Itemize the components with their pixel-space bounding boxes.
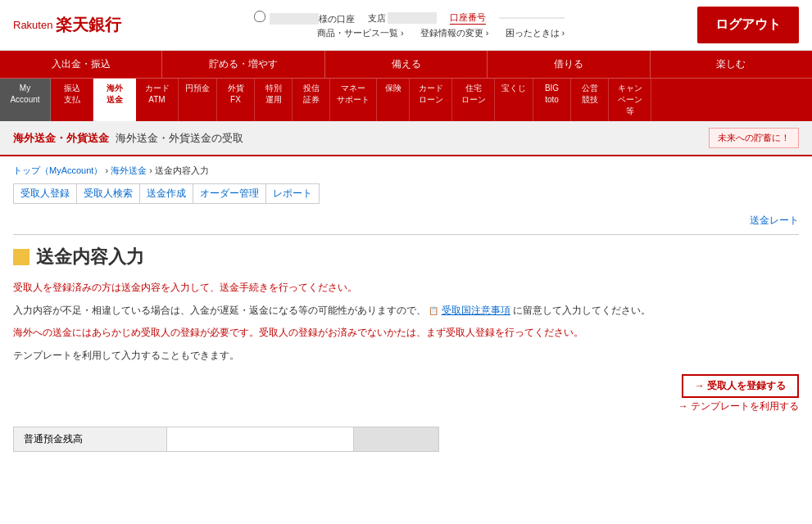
- breadcrumb-current: 送金内容入力: [155, 165, 209, 175]
- registration-link[interactable]: 登録情報の変更 ›: [420, 27, 489, 39]
- branch-label: 支店: [368, 13, 386, 23]
- sub-item-card-atm[interactable]: カード ATM: [136, 79, 179, 121]
- main-content: トップ（MyAccount） › 海外送金 › 送金内容入力 受取人登録 受取人…: [0, 156, 812, 460]
- sub-item-fx[interactable]: 外貨 FX: [217, 79, 255, 121]
- info-text-4: テンプレートを利用して入力することもできます。: [13, 347, 799, 365]
- promo-button[interactable]: 未来への貯蓄に！: [709, 128, 799, 148]
- section-icon: [13, 249, 29, 265]
- template-link[interactable]: → テンプレートを利用する: [678, 400, 799, 412]
- sub-nav: My Account 振込 支払 海外 送金 カード ATM 円預金 外貨 FX…: [0, 78, 812, 121]
- page-header: 海外送金・外貨送金 海外送金・外貨送金の受取 未来への貯蓄に！: [0, 121, 812, 156]
- sub-item-hoken[interactable]: 保険: [377, 79, 410, 121]
- logout-button[interactable]: ログアウト: [697, 7, 799, 43]
- section-title-bar: 送金内容入力: [13, 245, 799, 269]
- balance-table: 普通預金残高: [13, 427, 439, 452]
- template-link-area: → テンプレートを利用する: [13, 400, 799, 413]
- info-text-1: 受取人を登録済みの方は送金内容を入力して、送金手続きを行ってください。: [13, 279, 799, 297]
- register-btn-area: → 受取人を登録する: [13, 374, 799, 398]
- tab-order-kanri[interactable]: オーダー管理: [193, 183, 265, 204]
- sub-item-yen[interactable]: 円預金: [179, 79, 217, 121]
- sub-item-special[interactable]: 特別 運用: [255, 79, 293, 121]
- balance-label: 普通預金残高: [14, 427, 167, 452]
- section-name: 海外送金・外貨送金: [13, 131, 109, 146]
- sub-item-money[interactable]: マネー サポート: [330, 79, 377, 121]
- user-account-info: 様の口座: [254, 11, 355, 25]
- sub-item-kaigai[interactable]: 海外 送金: [93, 79, 136, 121]
- nav-item-tanoshimu[interactable]: 楽しむ: [651, 51, 812, 78]
- info-text-3: 海外への送金にはあらかじめ受取人の登録が必要です。受取人の登録がお済みでないかた…: [13, 324, 799, 342]
- remittance-rate-link-area: 送金レート: [13, 214, 799, 228]
- products-link[interactable]: 商品・サービス一覧 ›: [317, 27, 404, 39]
- nav-item-nyushutsukin[interactable]: 入出金・振込: [0, 51, 162, 78]
- logo: Rakuten 楽天銀行: [13, 14, 121, 36]
- account-number-label[interactable]: 口座番号: [450, 11, 486, 25]
- nav-item-sonaeru[interactable]: 備える: [325, 51, 488, 78]
- info-text-2: 入力内容が不足・相違している場合は、入金が遅延・返金になる等の可能性がありますの…: [13, 302, 799, 320]
- sub-item-big-toto[interactable]: BIG toto: [533, 79, 571, 121]
- sub-item-takarakuji[interactable]: 宝くじ: [495, 79, 533, 121]
- tab-uketorinin-kensaku[interactable]: 受取人検索: [76, 183, 139, 204]
- nav-item-tameru[interactable]: 貯める・増やす: [162, 51, 324, 78]
- main-nav: 入出金・振込 貯める・増やす 備える 借りる 楽しむ: [0, 51, 812, 78]
- balance-value: [166, 427, 353, 452]
- page-title: 海外送金・外貨送金の受取: [116, 131, 243, 146]
- branch-info: 支店: [368, 12, 437, 25]
- breadcrumb: トップ（MyAccount） › 海外送金 › 送金内容入力: [13, 165, 799, 177]
- sub-item-my-account[interactable]: My Account: [0, 79, 51, 121]
- register-recipient-button[interactable]: → 受取人を登録する: [682, 374, 799, 398]
- help-link[interactable]: 困ったときは ›: [506, 27, 565, 39]
- sub-item-campaign[interactable]: キャン ペーン 等: [609, 79, 651, 121]
- sub-item-jutaku[interactable]: 住宅 ローン: [452, 79, 495, 121]
- balance-unit: [354, 427, 439, 452]
- breadcrumb-kaigai[interactable]: 海外送金: [111, 165, 147, 175]
- sub-item-toshin[interactable]: 投信 証券: [293, 79, 330, 121]
- sub-item-furikomi[interactable]: 振込 支払: [51, 79, 93, 121]
- remittance-rate-link[interactable]: 送金レート: [750, 215, 799, 226]
- sub-item-koei[interactable]: 公営 競技: [571, 79, 609, 121]
- sub-tabs: 受取人登録 受取人検索 送金作成 オーダー管理 レポート: [13, 183, 799, 204]
- section-title: 送金内容入力: [36, 245, 144, 269]
- nav-item-kariru[interactable]: 借りる: [488, 51, 650, 78]
- sub-item-card-loan[interactable]: カード ローン: [410, 79, 452, 121]
- breadcrumb-top[interactable]: トップ（MyAccount）: [13, 165, 102, 175]
- tab-soukin-sakusei[interactable]: 送金作成: [139, 183, 193, 204]
- tab-uketorinin-touroku[interactable]: 受取人登録: [13, 183, 76, 204]
- bank-name-jp: 楽天銀行: [56, 14, 121, 36]
- tab-report[interactable]: レポート: [265, 183, 320, 204]
- rakuten-logo-text: Rakuten: [13, 19, 52, 31]
- attention-link[interactable]: 受取国注意事項: [442, 305, 510, 316]
- user-label: 様の口座: [319, 14, 355, 24]
